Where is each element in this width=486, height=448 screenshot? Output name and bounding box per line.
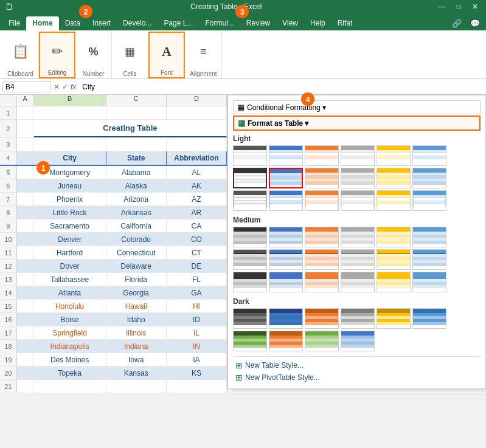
swatch-medium-13[interactable] <box>233 272 267 292</box>
cell-d16[interactable]: ID <box>167 313 227 326</box>
swatch-medium-12[interactable] <box>412 249 446 270</box>
cell-d1[interactable] <box>167 106 227 119</box>
cell-a12[interactable] <box>17 260 34 272</box>
comment-icon[interactable]: 💬 <box>467 16 484 30</box>
new-pivot-style-link[interactable]: ⊞ New PivotTable Style... <box>233 371 481 384</box>
swatch-medium-5[interactable] <box>377 227 411 247</box>
cell-c16[interactable]: Idaho <box>106 313 167 326</box>
cell-b21[interactable] <box>34 380 106 393</box>
swatch-light-3[interactable] <box>305 145 339 166</box>
cell-d8[interactable]: AR <box>167 206 227 219</box>
cell-a17[interactable] <box>17 326 34 339</box>
tab-data[interactable]: Data <box>59 16 86 30</box>
swatch-medium-2[interactable] <box>269 227 303 247</box>
col-header-a[interactable]: A <box>17 95 34 106</box>
swatch-medium-18[interactable] <box>412 272 446 292</box>
swatch-dark-5[interactable] <box>377 308 411 329</box>
cell-c19[interactable]: Iowa <box>106 353 167 366</box>
swatch-dark-7[interactable] <box>233 331 267 351</box>
swatch-light-18[interactable] <box>412 190 446 211</box>
swatch-light-2[interactable] <box>269 145 303 166</box>
cell-b20[interactable]: Topeka <box>34 367 106 379</box>
swatch-medium-1[interactable] <box>233 227 267 247</box>
cell-a19[interactable] <box>17 353 34 366</box>
cell-d9[interactable]: CA <box>167 219 227 232</box>
cell-c20[interactable]: Kansas <box>106 367 167 379</box>
swatch-dark-4[interactable] <box>341 308 375 329</box>
cell-a7[interactable] <box>17 193 34 205</box>
cell-b2-merged[interactable]: Creating Table <box>34 120 227 137</box>
swatch-light-10[interactable] <box>341 168 375 188</box>
name-box[interactable] <box>2 81 51 92</box>
swatch-medium-17[interactable] <box>377 272 411 292</box>
swatch-medium-4[interactable] <box>341 227 375 247</box>
cell-a21[interactable] <box>17 380 34 393</box>
cell-d15[interactable]: HI <box>167 300 227 312</box>
cell-c13[interactable]: Florida <box>106 273 167 286</box>
swatch-light-15[interactable] <box>305 190 339 211</box>
swatch-medium-14[interactable] <box>269 272 303 292</box>
cell-a5[interactable] <box>17 166 34 179</box>
cell-d10[interactable]: CO <box>167 233 227 246</box>
cell-b9[interactable]: Sacramento <box>34 219 106 232</box>
cell-a6[interactable] <box>17 179 34 192</box>
swatch-light-16[interactable] <box>341 190 375 211</box>
cell-a18[interactable] <box>17 340 34 353</box>
cell-a1[interactable] <box>17 106 34 119</box>
cell-a2[interactable] <box>17 120 34 137</box>
swatch-light-14[interactable] <box>269 190 303 211</box>
editing-button[interactable]: ✏ <box>45 44 69 60</box>
cell-b19[interactable]: Des Moines <box>34 353 106 366</box>
swatch-medium-9[interactable] <box>305 249 339 270</box>
cell-b16[interactable]: Boise <box>34 313 106 326</box>
cell-d6[interactable]: AK <box>167 179 227 192</box>
tab-page[interactable]: Page L... <box>158 16 199 30</box>
cell-d20[interactable]: KS <box>167 367 227 379</box>
tab-develop[interactable]: Develo... <box>117 16 158 30</box>
tab-review[interactable]: Review <box>240 16 276 30</box>
cell-c12[interactable]: Delaware <box>106 260 167 272</box>
cell-c9[interactable]: California <box>106 219 167 232</box>
tab-help[interactable]: Help <box>304 16 332 30</box>
cell-c18[interactable]: Indiana <box>106 340 167 353</box>
swatch-dark-2[interactable] <box>269 308 303 329</box>
swatch-dark-3[interactable] <box>305 308 339 329</box>
tab-file[interactable]: File <box>2 16 26 30</box>
cell-a15[interactable] <box>17 300 34 312</box>
swatch-light-8[interactable] <box>269 168 303 188</box>
swatch-light-9[interactable] <box>305 168 339 188</box>
swatch-medium-16[interactable] <box>341 272 375 292</box>
clipboard-button[interactable]: 📋 <box>9 44 33 60</box>
cell-a4[interactable] <box>17 151 34 165</box>
col-header-d[interactable]: D <box>167 95 227 106</box>
swatch-light-1[interactable] <box>233 145 267 166</box>
cells-button[interactable]: ▦ <box>118 45 142 58</box>
cell-a11[interactable] <box>17 246 34 259</box>
swatch-light-6[interactable] <box>412 145 446 166</box>
swatch-dark-6[interactable] <box>412 308 446 329</box>
cell-a10[interactable] <box>17 233 34 246</box>
tab-rifat[interactable]: Rifat <box>332 16 359 30</box>
swatch-medium-15[interactable] <box>305 272 339 292</box>
alignment-button[interactable]: ≡ <box>191 45 215 58</box>
swatch-medium-8[interactable] <box>269 249 303 270</box>
insert-function-icon[interactable]: fx <box>71 83 76 91</box>
cell-d14[interactable]: GA <box>167 286 227 299</box>
cell-a16[interactable] <box>17 313 34 326</box>
cell-d12[interactable]: DE <box>167 260 227 272</box>
cell-b1[interactable] <box>34 106 106 119</box>
col-header-c[interactable]: C <box>106 95 167 106</box>
cell-b17[interactable]: Springfield <box>34 326 106 339</box>
cell-d21[interactable] <box>167 380 227 393</box>
cell-c7[interactable]: Arizona <box>106 193 167 205</box>
cell-c21[interactable] <box>106 380 167 393</box>
cell-d4[interactable]: Abbreviation <box>167 151 227 165</box>
cell-a13[interactable] <box>17 273 34 286</box>
cell-d7[interactable]: AZ <box>167 193 227 205</box>
tab-formula[interactable]: Formul... <box>199 16 240 30</box>
tab-insert[interactable]: Insert <box>86 16 117 30</box>
cell-b11[interactable]: Hartford <box>34 246 106 259</box>
cell-b3[interactable] <box>34 138 106 151</box>
cell-d3[interactable] <box>167 138 227 151</box>
cell-a3[interactable] <box>17 138 34 151</box>
